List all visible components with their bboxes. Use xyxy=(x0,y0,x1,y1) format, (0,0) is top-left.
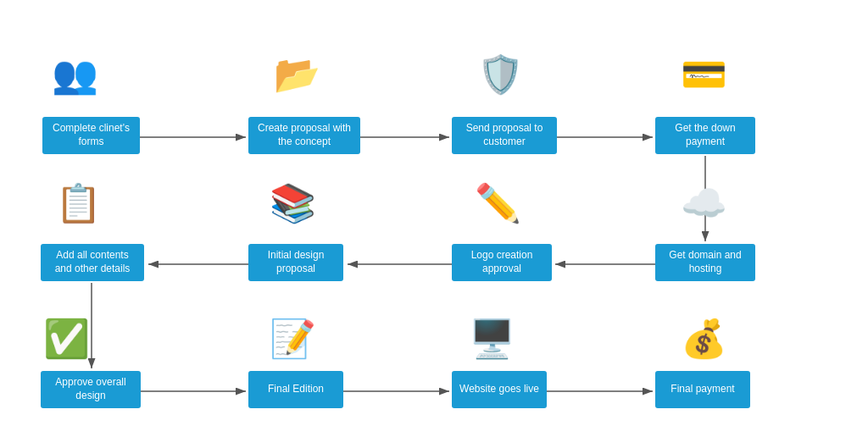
icon-final-edition: 📝 xyxy=(267,313,318,364)
icon-complete-forms: 👥 xyxy=(49,49,100,100)
node-complete-forms: Complete clinet's forms xyxy=(42,117,140,154)
node-final-payment: Final payment xyxy=(655,371,750,408)
node-down-payment: Get the down payment xyxy=(655,117,755,154)
node-initial-design: Initial design proposal xyxy=(248,244,343,281)
icon-approve-design: ✅ xyxy=(41,313,92,364)
icon-logo-creation: ✏️ xyxy=(472,178,523,229)
node-final-edition: Final Edition xyxy=(248,371,343,408)
icon-domain-hosting: ☁️ xyxy=(678,178,729,229)
node-send-proposal: Send proposal to customer xyxy=(452,117,557,154)
node-create-proposal: Create proposal with the concept xyxy=(248,117,360,154)
flowchart: 👥 📂 🛡️ 💳 📋 📚 ✏️ ☁️ ✅ 📝 🖥️ 💰 Complete cli… xyxy=(0,0,868,437)
node-add-contents: Add all contents and other details xyxy=(41,244,144,281)
icon-initial-design: 📚 xyxy=(267,178,318,229)
icon-send-proposal: 🛡️ xyxy=(475,49,526,100)
icon-down-payment: 💳 xyxy=(678,49,729,100)
icon-add-contents: 📋 xyxy=(53,178,103,229)
node-website-live: Website goes live xyxy=(452,371,547,408)
node-logo-creation: Logo creation approval xyxy=(452,244,552,281)
icon-final-payment: 💰 xyxy=(678,313,729,364)
icon-create-proposal: 📂 xyxy=(271,49,322,100)
node-approve-design: Approve overall design xyxy=(41,371,141,408)
node-domain-hosting: Get domain and hosting xyxy=(655,244,755,281)
icon-website-live: 🖥️ xyxy=(466,313,517,364)
